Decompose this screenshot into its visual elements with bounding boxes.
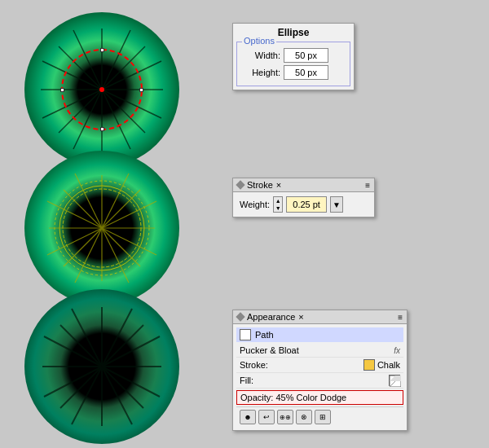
path-label: Path (255, 330, 274, 340)
footer-btn-delete[interactable]: ⊗ (296, 410, 312, 424)
path-row: Path (236, 327, 403, 342)
stroke-panel-header: Stroke × ≡ (233, 178, 374, 192)
weight-row: Weight: ▲ ▼ ▼ (240, 196, 368, 213)
appearance-body: Path Pucker & Bloat fx Stroke: Chalk Fil… (233, 324, 407, 430)
path-box (240, 329, 251, 340)
pucker-bloat-row: Pucker & Bloat fx (236, 344, 403, 358)
svg-line-39 (60, 325, 102, 367)
stroke-color-swatch (363, 359, 375, 371)
handle-bottom (100, 127, 104, 131)
stroke-panel-title-group: Stroke × (237, 180, 281, 190)
eye-section-3 (24, 289, 179, 444)
handle-left (60, 88, 64, 92)
iris-rays-svg-3 (24, 289, 179, 444)
options-label: Options (242, 36, 276, 46)
svg-line-34 (75, 228, 102, 283)
weight-dropdown[interactable]: ▼ (330, 196, 343, 213)
appearance-panel: Appearance × ≡ Path Pucker & Bloat fx St… (232, 310, 408, 431)
appearance-panel-x: × (298, 312, 303, 322)
footer-btn-duplicate[interactable]: ⊕⊕ (277, 410, 293, 424)
stroke-panel: Stroke × ≡ Weight: ▲ ▼ ▼ (232, 178, 375, 217)
fx-badge: fx (394, 346, 400, 355)
appearance-footer: ☻ ↩ ⊕⊕ ⊗ ⊞ (236, 406, 403, 427)
stroke-panel-diamond (236, 180, 244, 189)
svg-line-32 (102, 201, 156, 228)
stroke-panel-body: Weight: ▲ ▼ ▼ (233, 192, 374, 217)
stepper-up[interactable]: ▲ (274, 197, 282, 204)
opacity-label: Opacity: 45% Color Dodge (240, 393, 399, 402)
stroke-appear-label: Stroke: (240, 360, 363, 370)
width-row: Width: (244, 48, 343, 63)
options-group: Options Width: Height: (236, 42, 350, 86)
weight-label: Weight: (240, 200, 270, 209)
svg-line-42 (102, 325, 143, 367)
appearance-panel-header: Appearance × ≡ (233, 310, 407, 324)
svg-line-24 (102, 228, 140, 266)
svg-line-41 (60, 367, 102, 408)
yellow-strokes-svg (24, 151, 179, 305)
handle-right (139, 88, 143, 92)
svg-line-23 (64, 190, 102, 228)
height-row: Height: (244, 65, 343, 80)
footer-btn-add[interactable]: ⊞ (315, 410, 331, 424)
svg-line-29 (47, 201, 102, 228)
appearance-panel-diamond (236, 312, 244, 321)
svg-line-25 (64, 228, 102, 266)
opacity-row: Opacity: 45% Color Dodge (236, 390, 403, 405)
eye-image-2 (24, 151, 179, 305)
height-label: Height: (244, 68, 280, 77)
weight-input[interactable] (286, 196, 327, 213)
svg-line-30 (102, 228, 156, 255)
footer-btn-face[interactable]: ☻ (240, 410, 256, 424)
stroke-appear-value: Chalk (363, 359, 400, 371)
stroke-panel-menu[interactable]: ≡ (365, 181, 370, 190)
ellipse-panel: Ellipse Options Width: Height: (232, 23, 355, 90)
svg-line-26 (102, 190, 140, 228)
svg-line-40 (102, 367, 143, 408)
fill-appear-value (389, 375, 400, 386)
svg-line-33 (102, 173, 129, 228)
stroke-panel-x: × (276, 180, 281, 190)
fill-appear-label: Fill: (240, 376, 389, 385)
fill-icon (389, 375, 400, 386)
width-label: Width: (244, 51, 280, 60)
eye-image-1 (24, 12, 179, 167)
weight-stepper[interactable]: ▲ ▼ (273, 196, 283, 213)
stroke-value-text: Chalk (377, 360, 400, 370)
eye-section-1 (24, 12, 179, 167)
height-input[interactable] (284, 65, 328, 80)
svg-line-27 (75, 173, 102, 228)
appearance-panel-title: Appearance (247, 312, 295, 322)
pucker-bloat-label: Pucker & Bloat (240, 345, 394, 355)
svg-line-31 (47, 228, 102, 255)
appearance-panel-title-group: Appearance × (237, 312, 304, 322)
eye-section-2 (24, 151, 179, 305)
stroke-panel-title: Stroke (247, 180, 273, 190)
appearance-panel-menu[interactable]: ≡ (398, 313, 403, 322)
fill-appear-row: Fill: (236, 373, 403, 389)
svg-line-28 (102, 228, 129, 283)
center-dot (99, 87, 104, 92)
footer-btn-undo[interactable]: ↩ (258, 410, 275, 424)
eye-image-3 (24, 289, 179, 444)
stepper-down[interactable]: ▼ (274, 204, 282, 212)
handle-top (100, 48, 104, 52)
width-input[interactable] (284, 48, 328, 63)
stroke-appear-row: Stroke: Chalk (236, 358, 403, 373)
